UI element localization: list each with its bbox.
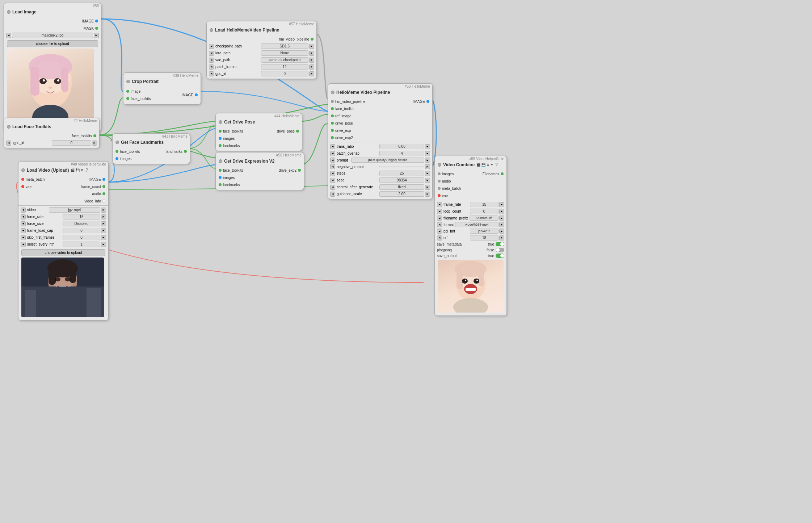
arrow-left-fmt[interactable]: ◄ — [437, 222, 442, 227]
help-btn-vc[interactable]: ? — [495, 162, 498, 167]
field-force-rate: ◄ force_rate 15 ► — [18, 213, 108, 220]
toggle-btn-save-output[interactable] — [496, 254, 504, 258]
arrow-right-fs[interactable]: ► — [101, 221, 106, 226]
arrow-left-sf[interactable]: ◄ — [21, 235, 26, 240]
arrow-right-pf2[interactable]: ► — [499, 229, 504, 234]
arrow-right-fr[interactable]: ► — [101, 214, 106, 219]
field-value-pf2: yuv420p — [470, 229, 498, 234]
port-dot-audio-vc[interactable] — [438, 180, 441, 183]
port-dot-meta[interactable] — [21, 178, 24, 181]
arrow-right-steps[interactable]: ► — [425, 171, 430, 176]
arrow-right-neg[interactable]: ► — [425, 164, 430, 169]
help-btn-video[interactable]: ? — [85, 168, 88, 173]
arrow-right-lora[interactable]: ► — [309, 51, 314, 56]
arrow-left-pf[interactable]: ◄ — [209, 64, 214, 70]
port-dot-de2-in[interactable] — [331, 136, 334, 139]
arrow-left-crf[interactable]: ◄ — [437, 235, 442, 240]
arrow-right-tr[interactable]: ► — [425, 144, 430, 149]
arrow-left-flc[interactable]: ◄ — [21, 228, 26, 233]
arrow-left-video[interactable]: ◄ — [21, 208, 26, 213]
port-dot-img-pose[interactable] — [219, 137, 222, 140]
arrow-right-fp[interactable]: ► — [499, 216, 504, 221]
arrow-left-po[interactable]: ◄ — [330, 151, 335, 156]
arrow-left-vae[interactable]: ◄ — [209, 58, 214, 63]
toggle-btn-save-metadata[interactable] — [496, 242, 504, 246]
arrow-left-gpu-hlm[interactable]: ◄ — [209, 71, 214, 76]
arrow-left-image[interactable]: ◄ — [6, 33, 11, 38]
arrow-right-vae[interactable]: ► — [309, 58, 314, 63]
port-dot-landmarks-out[interactable] — [184, 150, 187, 153]
port-dot-audio[interactable] — [102, 192, 105, 195]
arrow-right-gpu-hlm[interactable]: ► — [309, 71, 314, 76]
arrow-right-po[interactable]: ► — [425, 151, 430, 156]
port-dot-img-vc[interactable] — [438, 172, 441, 175]
arrow-right-image[interactable]: ► — [94, 33, 99, 38]
arrow-left-cp[interactable]: ◄ — [209, 44, 214, 49]
port-dot-mask[interactable] — [95, 27, 98, 30]
arrow-right-pf[interactable]: ► — [309, 64, 314, 70]
arrow-right-fmt[interactable]: ► — [499, 222, 504, 227]
arrow-right-gpu[interactable]: ► — [92, 141, 97, 146]
port-dot-in-image[interactable] — [126, 90, 129, 93]
port-dot-dp-in[interactable] — [331, 122, 334, 125]
arrow-left-steps[interactable]: ◄ — [330, 171, 335, 176]
field-steps: ◄ steps 25 ► — [328, 170, 432, 177]
arrow-left-fs[interactable]: ◄ — [21, 221, 26, 226]
arrow-left-gpu[interactable]: ◄ — [6, 141, 11, 146]
arrow-left-fp[interactable]: ◄ — [437, 216, 442, 221]
arrow-right-lc[interactable]: ► — [499, 209, 504, 214]
arrow-left-tr[interactable]: ◄ — [330, 144, 335, 149]
arrow-right-frvc[interactable]: ► — [499, 202, 504, 207]
port-dot-ft-lm[interactable] — [115, 150, 118, 153]
arrow-left-lc[interactable]: ◄ — [437, 209, 442, 214]
port-dot-img-exp[interactable] — [219, 176, 222, 179]
arrow-left-prompt[interactable]: ◄ — [330, 158, 335, 163]
port-dot-drive-exp2[interactable] — [298, 169, 301, 172]
arrow-right-ca[interactable]: ► — [425, 185, 430, 190]
arrow-left-lora[interactable]: ◄ — [209, 51, 214, 56]
port-dot-face-toolkits[interactable] — [93, 134, 96, 137]
port-dot-img-lm[interactable] — [115, 157, 118, 160]
arrow-left-pf2[interactable]: ◄ — [437, 229, 442, 234]
arrow-left-sn[interactable]: ◄ — [21, 242, 26, 247]
arrow-left-neg[interactable]: ◄ — [330, 164, 335, 169]
port-dot-hm-pipeline[interactable] — [311, 38, 314, 41]
port-dot-ft-exp[interactable] — [219, 169, 222, 172]
port-dot-de-in[interactable] — [331, 129, 334, 132]
arrow-right-sf[interactable]: ► — [101, 235, 106, 240]
arrow-right-prompt[interactable]: ► — [425, 158, 430, 163]
toggle-btn-pingpong[interactable] — [496, 248, 504, 252]
port-dot-ref-img[interactable] — [331, 114, 334, 117]
upload-video-btn[interactable]: choose video to upload — [21, 249, 105, 256]
arrow-right-crf[interactable]: ► — [499, 235, 504, 240]
port-dot-ft-pipe[interactable] — [331, 107, 334, 110]
port-dot-image-out[interactable] — [102, 178, 105, 181]
port-dot-drive-pose[interactable] — [296, 130, 299, 133]
port-dot-vae-vc[interactable] — [438, 194, 441, 197]
arrow-right-sn[interactable]: ► — [101, 242, 106, 247]
upload-file-btn[interactable]: choose file to upload — [7, 40, 98, 47]
arrow-left-gs[interactable]: ◄ — [330, 192, 335, 197]
arrow-right-seed[interactable]: ► — [425, 178, 430, 183]
arrow-right-gs[interactable]: ► — [425, 192, 430, 197]
arrow-right-video[interactable]: ► — [101, 208, 106, 213]
port-dot-img-pipe-out[interactable] — [426, 100, 429, 103]
port-dot-filenames[interactable] — [501, 172, 504, 175]
port-dot-video-info[interactable] — [102, 200, 105, 202]
port-dot-in-toolkits[interactable] — [126, 97, 129, 100]
port-dot-image[interactable] — [95, 20, 98, 22]
arrow-left-frvc[interactable]: ◄ — [437, 202, 442, 207]
port-dot-hm-in[interactable] — [331, 100, 334, 103]
port-dot-ft-pose[interactable] — [219, 130, 222, 133]
arrow-left-seed[interactable]: ◄ — [330, 178, 335, 183]
port-dot-lm-pose[interactable] — [219, 144, 222, 147]
arrow-right-cp[interactable]: ► — [309, 44, 314, 49]
port-dot-lm-exp[interactable] — [219, 183, 222, 186]
port-dot-out-image[interactable] — [195, 93, 198, 96]
port-dot-vae[interactable] — [21, 185, 24, 188]
arrow-left-ca[interactable]: ◄ — [330, 185, 335, 190]
arrow-right-flc[interactable]: ► — [101, 228, 106, 233]
port-dot-frame-count[interactable] — [102, 185, 105, 188]
arrow-left-fr[interactable]: ◄ — [21, 214, 26, 219]
port-dot-meta-vc[interactable] — [438, 187, 441, 190]
